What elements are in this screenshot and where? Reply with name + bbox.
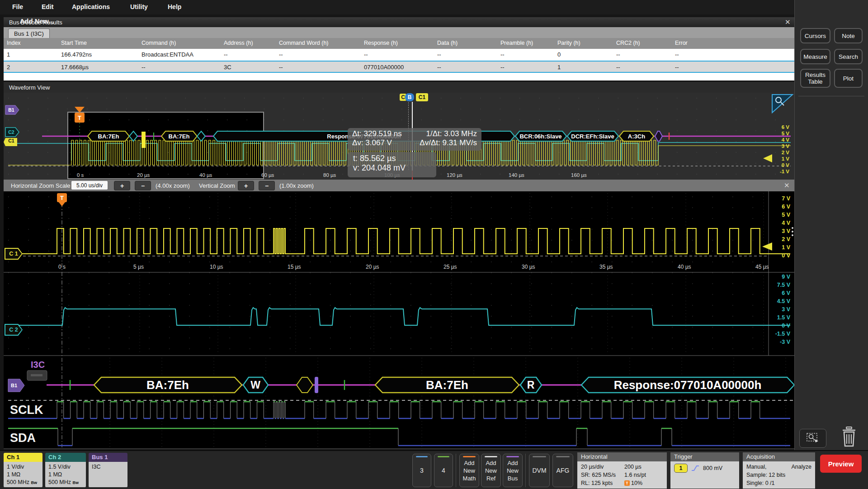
- add-new-bus-button[interactable]: Add New Bus: [503, 454, 523, 487]
- c1-tick: 25 µs: [443, 264, 457, 270]
- c2-vscale: 7.5 V: [769, 282, 790, 288]
- search-button[interactable]: Search: [834, 49, 863, 64]
- bus-b1-badge[interactable]: B1: [11, 383, 17, 388]
- hzoom-scale-input[interactable]: 5.00 us/div: [71, 181, 108, 190]
- ov-tick: 160 µs: [571, 172, 587, 178]
- menu-edit[interactable]: Edit: [42, 3, 53, 10]
- c1-tick: 30 µs: [522, 264, 535, 270]
- results-table-header: Index Start Time Command (h) Address (h)…: [4, 38, 794, 49]
- divider: [525, 454, 526, 487]
- c1-vscale: 6 V: [769, 204, 790, 210]
- afg-label: AFG: [557, 467, 570, 475]
- ch1-badge[interactable]: Ch 1 1 V/div 1 MΩ 500 MHz Bw: [4, 453, 42, 488]
- horizontal-panel[interactable]: Horizontal 20 µs/div200 µs SR: 625 MS/s1…: [577, 452, 667, 489]
- afg-button[interactable]: AFG: [552, 454, 573, 487]
- table-row-selected[interactable]: 2 17.6668µs -- 3C -- 077010A00000 -- -- …: [4, 61, 794, 73]
- ov-vscale: 0 V: [769, 162, 789, 168]
- panel-resize-handle[interactable]: [792, 227, 793, 236]
- c1-vscale: 0 V: [769, 252, 790, 259]
- bus1-badge[interactable]: Bus 1 I3C: [89, 453, 127, 488]
- cell: 077010A00000: [361, 62, 434, 72]
- measure-button[interactable]: Measure: [800, 49, 830, 64]
- preview-button[interactable]: Preview: [820, 455, 862, 473]
- menu-help[interactable]: Help: [168, 3, 181, 10]
- plot-button[interactable]: Plot: [834, 69, 863, 88]
- tab-bus1-i3c[interactable]: Bus 1 (I3C): [8, 28, 50, 38]
- results-close-icon[interactable]: ✕: [785, 18, 791, 26]
- cell: --: [361, 49, 434, 61]
- cell: --: [276, 62, 361, 72]
- c2-vscale: 0 V: [769, 323, 790, 329]
- h-position: 10%: [631, 479, 642, 487]
- ch2-bw-icon: Bw: [73, 480, 79, 485]
- trigger-title: Trigger: [670, 452, 739, 461]
- c2-vscale: 3 V: [769, 306, 790, 313]
- packet-ba1: BA:7Eh: [146, 378, 189, 392]
- menu-bar: File Edit Applications Utility Help: [0, 0, 868, 14]
- c1-tick: 10 µs: [210, 264, 223, 270]
- overview-c2-badge[interactable]: C2: [8, 129, 14, 135]
- overview-c1-badge[interactable]: C1: [8, 138, 14, 143]
- menu-file[interactable]: File: [12, 3, 23, 10]
- cursor-b-badge[interactable]: B: [405, 93, 414, 101]
- trigger-marker-label: T: [78, 114, 81, 121]
- cell: --: [434, 62, 497, 72]
- add-bus-label: Add New Bus: [503, 459, 522, 482]
- cell: --: [672, 49, 794, 61]
- cursor-c1-badge[interactable]: C1: [416, 93, 428, 101]
- main-waveform-plot[interactable]: T I3C B1 BA:7Eh W BA:7Eh R Response:0770…: [4, 191, 794, 449]
- col-error: Error: [672, 38, 794, 49]
- col-start-time: Start Time: [58, 38, 138, 49]
- ch2-bandwidth: 500 MHz: [48, 479, 71, 485]
- ov-tick: 60 µs: [261, 172, 274, 178]
- zoom-select-icon: [806, 432, 820, 444]
- overview-b1-badge[interactable]: B1: [8, 107, 14, 113]
- col-crc2: CRC2 (h): [613, 38, 672, 49]
- ch1-bandwidth: 500 MHz: [7, 479, 29, 485]
- acquisition-panel[interactable]: Acquisition Manual,Analyze Sample: 12 bi…: [743, 452, 815, 489]
- cursors-button[interactable]: Cursors: [800, 28, 830, 43]
- trigger-level: 800 mV: [703, 464, 722, 472]
- vzoom-label: Vertical Zoom: [199, 182, 235, 189]
- c1-vscale: 7 V: [769, 195, 790, 202]
- hzoom-factor: (4.00x zoom): [156, 182, 190, 189]
- ch1-bw-icon: Bw: [31, 480, 38, 485]
- cell: 166.4792ns: [58, 49, 138, 61]
- delete-button[interactable]: [840, 426, 858, 450]
- c1-tick: 40 µs: [678, 264, 691, 270]
- c1-tick: 35 µs: [599, 264, 613, 270]
- cell: --: [497, 49, 554, 61]
- acquisition-title: Acquisition: [743, 452, 815, 461]
- dvm-button[interactable]: DVM: [529, 454, 550, 487]
- menu-applications[interactable]: Applications: [72, 3, 110, 10]
- packet-r: R: [527, 379, 535, 391]
- overview-packet-bcr: BCR:06h:Slave: [519, 133, 561, 140]
- hzoom-minus-button[interactable]: −: [135, 181, 151, 190]
- add-new-math-button[interactable]: Add New Math: [459, 454, 479, 487]
- ch2-badge[interactable]: Ch 2 1.5 V/div 1 MΩ 500 MHz Bw: [45, 453, 86, 488]
- ch3-button[interactable]: 3: [412, 454, 431, 487]
- ch2-badge-title: Ch 2: [45, 453, 86, 462]
- vzoom-minus-button[interactable]: −: [259, 181, 275, 190]
- hzoom-plus-button[interactable]: +: [114, 181, 130, 190]
- ch4-button[interactable]: 4: [434, 454, 453, 487]
- zoom-close-icon[interactable]: ✕: [784, 181, 790, 190]
- trigger-panel[interactable]: Trigger 1 800 mV: [670, 452, 739, 489]
- readout-v: v: 204.048 mV: [353, 163, 431, 173]
- note-button[interactable]: Note: [834, 28, 863, 43]
- zoom-select-button[interactable]: [799, 429, 826, 448]
- vzoom-plus-button[interactable]: +: [238, 181, 254, 190]
- ov-vscale: 5 V: [769, 131, 789, 136]
- cell: 2: [4, 62, 58, 72]
- ch1-level-arrow-icon[interactable]: [763, 154, 772, 162]
- c2-badge-label: C 2: [5, 325, 22, 335]
- packet-response: Response:077010A00000h: [614, 378, 762, 392]
- menu-utility[interactable]: Utility: [130, 3, 148, 10]
- c1-level-arrow-icon[interactable]: [762, 242, 772, 251]
- add-new-ref-button[interactable]: Add New Ref: [481, 454, 501, 487]
- h-scale: 20 µs/div: [581, 463, 624, 471]
- results-table-button[interactable]: Results Table: [800, 69, 830, 88]
- sda-label: SDA: [10, 431, 36, 445]
- table-row[interactable]: 1 166.4792ns Broadcast:ENTDAA -- -- -- -…: [4, 49, 794, 61]
- ch4-label: 4: [442, 467, 445, 475]
